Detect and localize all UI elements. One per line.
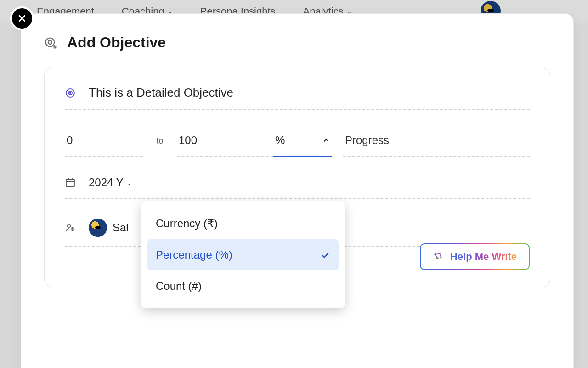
target-icon xyxy=(65,87,76,98)
close-button[interactable] xyxy=(10,6,34,30)
unit-option-count[interactable]: Count (#) xyxy=(147,270,339,302)
help-me-write-button[interactable]: Help Me Write xyxy=(420,243,530,270)
unit-select[interactable]: % xyxy=(273,129,332,157)
objective-text[interactable]: This is a Detailed Objective xyxy=(89,86,233,100)
unit-option-currency[interactable]: Currency (₹) xyxy=(147,208,339,239)
svg-point-7 xyxy=(71,228,74,231)
svg-point-4 xyxy=(70,92,71,93)
target-plus-icon xyxy=(44,36,57,49)
sparkle-icon xyxy=(433,251,444,262)
chevron-down-icon: ⌄ xyxy=(126,178,132,187)
owner-icon xyxy=(65,222,76,233)
date-row: 2024 Y ⌄ xyxy=(65,176,530,199)
calendar-icon xyxy=(65,177,76,188)
svg-rect-5 xyxy=(66,179,74,187)
objective-card: This is a Detailed Objective 0 to 100 % … xyxy=(44,68,550,287)
from-input[interactable]: 0 xyxy=(65,129,143,157)
objective-text-row: This is a Detailed Objective xyxy=(65,86,530,110)
unit-value: % xyxy=(275,134,285,147)
modal-header: Add Objective xyxy=(44,34,550,51)
unit-option-percentage[interactable]: Percentage (%) xyxy=(147,239,339,270)
svg-point-6 xyxy=(68,224,70,227)
check-icon xyxy=(320,250,330,260)
owner-name[interactable]: Sal xyxy=(113,221,129,234)
unit-dropdown: Currency (₹) Percentage (%) Count (#) xyxy=(141,201,345,308)
svg-point-0 xyxy=(46,38,55,46)
period-value: 2024 Y xyxy=(89,176,124,189)
option-label: Percentage (%) xyxy=(156,248,232,261)
add-objective-modal: Add Objective This is a Detailed Objecti… xyxy=(21,14,573,368)
owner-avatar[interactable] xyxy=(89,218,107,237)
to-input[interactable]: 100 xyxy=(177,129,273,157)
svg-point-8 xyxy=(72,229,74,230)
option-label: Currency (₹) xyxy=(156,217,218,230)
close-icon xyxy=(17,13,27,23)
svg-point-1 xyxy=(48,40,52,44)
option-label: Count (#) xyxy=(156,280,202,293)
range-row: 0 to 100 % Progress xyxy=(65,129,530,157)
period-select[interactable]: 2024 Y ⌄ xyxy=(89,176,132,189)
modal-title: Add Objective xyxy=(67,34,166,51)
to-label: to xyxy=(143,132,177,155)
help-me-write-label: Help Me Write xyxy=(450,251,517,263)
chevron-up-icon xyxy=(322,136,330,144)
progress-label-input[interactable]: Progress xyxy=(343,129,530,157)
